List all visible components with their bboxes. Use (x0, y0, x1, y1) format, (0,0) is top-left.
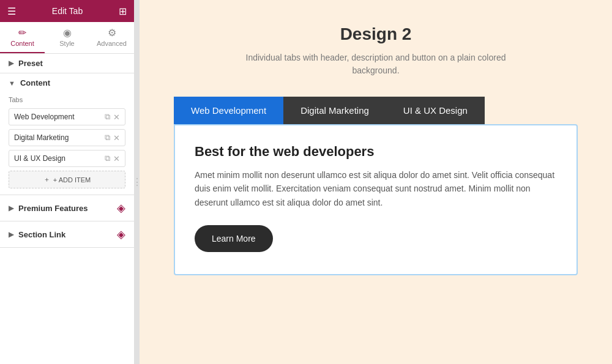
tab-content-panel: Best for the web developers Amet minim m… (174, 124, 578, 275)
tab-item-digital-delete-icon[interactable]: ✕ (113, 133, 120, 143)
tab-item-web-copy-icon[interactable]: ⧉ (105, 112, 110, 122)
tab-item-digital-copy-icon[interactable]: ⧉ (105, 133, 110, 143)
premium-badge-icon: ◈ (117, 201, 125, 215)
design-subtitle: Individual tabs with header, description… (241, 51, 510, 77)
tabs-label: Tabs (9, 96, 125, 103)
add-item-label: + ADD ITEM (53, 176, 91, 184)
style-icon: ◉ (63, 27, 72, 39)
grid-icon[interactable]: ⊞ (119, 6, 127, 17)
section-link-row[interactable]: ▶ Section Link ◈ (0, 221, 134, 248)
preset-section-header[interactable]: ▶ Preset (0, 54, 134, 73)
content-section-body: Tabs Web Development ⧉ ✕ Digital Marketi… (0, 92, 134, 195)
tab-item-digital-label: Digital Marketing (14, 133, 102, 142)
advanced-icon: ⚙ (108, 27, 116, 39)
resize-handle[interactable] (135, 0, 140, 364)
premium-arrow-icon: ▶ (9, 204, 13, 212)
tab-item-web-label: Web Development (14, 113, 102, 121)
sidebar: ☰ Edit Tab ⊞ ✏ Content ◉ Style ⚙ Advance… (0, 0, 135, 364)
tab-item-digital: Digital Marketing ⧉ ✕ (9, 129, 125, 146)
content-arrow-icon: ▼ (9, 80, 15, 87)
main-tab-web-development[interactable]: Web Development (174, 97, 283, 124)
tab-item-ux-label: UI & UX Design (14, 154, 102, 163)
premium-label: Premium Features (18, 204, 88, 213)
section-link-label: Section Link (18, 230, 65, 239)
panel-body: Amet minim mollit non deserunt ullamco e… (195, 168, 557, 209)
content-section: ▼ Content Tabs Web Development ⧉ ✕ Digit… (0, 73, 134, 195)
premium-features-label-wrap: ▶ Premium Features (9, 204, 88, 213)
sidebar-title: Edit Tab (52, 6, 83, 16)
main-tab-digital-marketing[interactable]: Digital Marketing (283, 97, 386, 124)
add-item-plus-icon: ＋ (43, 175, 50, 184)
content-icon: ✏ (18, 27, 26, 39)
content-label: Content (20, 78, 50, 87)
preset-arrow-icon: ▶ (9, 59, 13, 67)
sidebar-header: ☰ Edit Tab ⊞ (0, 0, 134, 22)
sidebar-tabs: ✏ Content ◉ Style ⚙ Advanced (0, 22, 134, 54)
section-link-arrow-icon: ▶ (9, 231, 13, 239)
design-title: Design 2 (340, 24, 412, 44)
main-tab-ux-design[interactable]: UI & UX Design (386, 97, 485, 124)
tab-style[interactable]: ◉ Style (45, 22, 89, 53)
tab-advanced[interactable]: ⚙ Advanced (89, 22, 134, 53)
tab-item-ux-delete-icon[interactable]: ✕ (113, 154, 120, 163)
tab-content[interactable]: ✏ Content (0, 22, 45, 53)
tab-item-ux-copy-icon[interactable]: ⧉ (105, 154, 110, 163)
tab-item-ux: UI & UX Design ⧉ ✕ (9, 150, 125, 167)
tab-item-web: Web Development ⧉ ✕ (9, 108, 125, 125)
premium-features-row[interactable]: ▶ Premium Features ◈ (0, 195, 134, 221)
learn-more-button[interactable]: Learn More (195, 225, 273, 252)
add-item-button[interactable]: ＋ + ADD ITEM (9, 171, 125, 188)
preset-label: Preset (18, 59, 43, 68)
content-section-header[interactable]: ▼ Content (0, 73, 134, 92)
hamburger-icon[interactable]: ☰ (7, 6, 16, 17)
preset-section: ▶ Preset (0, 54, 134, 73)
section-link-badge-icon: ◈ (117, 228, 125, 241)
main-content: Design 2 Individual tabs with header, de… (140, 0, 612, 364)
panel-heading: Best for the web developers (195, 144, 557, 160)
section-link-label-wrap: ▶ Section Link (9, 230, 65, 239)
tab-item-web-delete-icon[interactable]: ✕ (113, 113, 120, 122)
main-tab-bar: Web Development Digital Marketing UI & U… (174, 97, 578, 124)
